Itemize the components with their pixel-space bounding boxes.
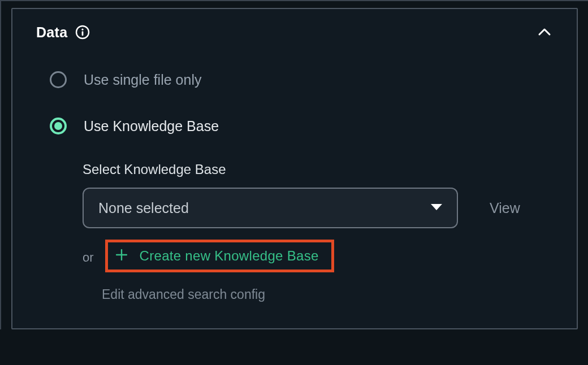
data-panel: Data Use single file only <box>11 8 578 329</box>
panel-title: Data <box>36 24 67 41</box>
radio-button-icon <box>50 71 67 88</box>
plus-icon <box>116 249 127 263</box>
data-panel-header[interactable]: Data <box>12 9 577 46</box>
svg-point-1 <box>82 29 84 31</box>
create-kb-row: or Create new Knowledge Base <box>83 240 554 272</box>
radio-knowledge-base[interactable]: Use Knowledge Base <box>50 118 554 134</box>
select-kb-row: None selected View <box>83 188 554 228</box>
radio-dot-icon <box>54 122 62 130</box>
page-root: Data Use single file only <box>0 0 588 329</box>
kb-select-dropdown[interactable]: None selected <box>83 188 458 228</box>
svg-rect-2 <box>82 31 84 36</box>
radio-button-selected-icon <box>50 118 67 134</box>
radio-label: Use single file only <box>84 72 201 88</box>
or-text: or <box>83 247 94 265</box>
data-panel-body: Use single file only Use Knowledge Base … <box>12 46 577 328</box>
radio-label: Use Knowledge Base <box>84 118 219 134</box>
knowledge-base-section: Select Knowledge Base None selected View… <box>50 162 554 302</box>
chevron-up-icon[interactable] <box>536 24 555 41</box>
info-icon[interactable] <box>75 25 90 40</box>
edit-advanced-search-link[interactable]: Edit advanced search config <box>83 287 554 302</box>
kb-select-value: None selected <box>98 200 189 216</box>
view-kb-link[interactable]: View <box>490 200 520 216</box>
caret-down-icon <box>431 204 442 212</box>
select-kb-label: Select Knowledge Base <box>83 162 554 177</box>
create-new-kb-label: Create new Knowledge Base <box>140 248 319 264</box>
create-new-kb-button[interactable]: Create new Knowledge Base <box>105 240 334 272</box>
radio-single-file[interactable]: Use single file only <box>50 71 554 88</box>
